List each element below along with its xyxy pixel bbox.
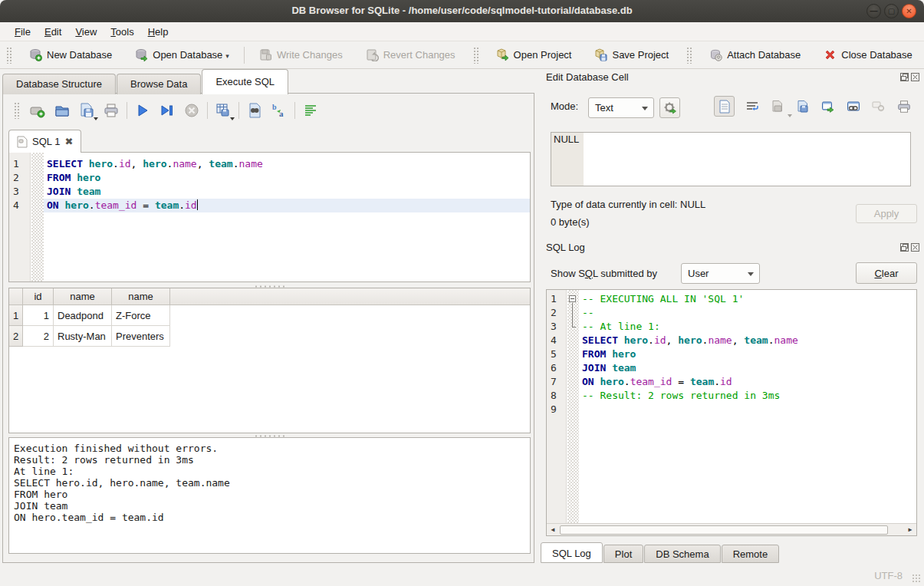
open-project-button[interactable]: Open Project (485, 44, 584, 65)
editor-fold-margin (31, 153, 44, 281)
replace-icon[interactable]: ba (270, 101, 288, 120)
toolbar-handle[interactable] (6, 47, 12, 64)
save-sql-file-icon[interactable] (77, 101, 96, 120)
sql-tab[interactable]: SQL 1 ✖ (8, 130, 81, 153)
log-line-numbers: 123456789 (547, 290, 567, 523)
table-row: 1 1 Deadpond Z-Force (9, 305, 530, 326)
set-as-link-icon[interactable] (840, 96, 866, 117)
sql-log-view[interactable]: 123456789 -- EXECUTING ALL IN 'SQL 1'---… (546, 289, 917, 536)
tab-database-structure[interactable]: Database Structure (2, 74, 116, 94)
col-header-name1[interactable]: name (54, 288, 112, 305)
attach-database-button[interactable]: Attach Database (698, 44, 812, 65)
tab-browse-data[interactable]: Browse Data (117, 74, 201, 94)
tab-remote[interactable]: Remote (722, 545, 780, 563)
import-cell-icon[interactable] (765, 96, 790, 117)
save-results-icon[interactable] (214, 101, 232, 120)
float-dock-icon[interactable] (900, 243, 909, 252)
cell-null-value: NULL (554, 133, 579, 145)
scroll-right-icon[interactable]: ▶ (904, 525, 916, 535)
menu-bar: File Edit View Tools Help (0, 22, 924, 41)
maximize-button[interactable]: ▢ (884, 4, 899, 18)
open-database-dropdown[interactable]: ▾ (225, 52, 229, 61)
cell-type-label: Type of data currently in cell: NULL (551, 199, 705, 210)
svg-text:b: b (272, 103, 277, 111)
print-cell-icon[interactable] (891, 96, 916, 117)
app-window: DB Browser for SQLite - /home/user/code/… (0, 0, 924, 586)
menu-file[interactable]: File (8, 24, 38, 40)
float-dock-icon[interactable] (900, 73, 909, 81)
open-in-external-icon[interactable] (815, 96, 840, 117)
sql-log-filter-select[interactable]: User (681, 263, 760, 284)
close-database-icon (824, 48, 837, 61)
text-view-icon[interactable] (714, 96, 735, 117)
sql-file-icon (17, 136, 28, 148)
col-header-id[interactable]: id (23, 288, 54, 305)
main-tab-bar: Database Structure Browse Data Execute S… (2, 69, 289, 94)
export-cell-icon[interactable] (790, 96, 815, 117)
editor-line-numbers: 1234 (9, 153, 31, 281)
clear-log-button[interactable]: Clear (856, 262, 917, 284)
save-project-button[interactable]: Save Project (583, 44, 680, 65)
execute-sql-icon[interactable] (133, 101, 152, 120)
find-icon[interactable] (245, 101, 264, 120)
execute-line-icon[interactable] (158, 101, 176, 120)
close-sql-tab-icon[interactable]: ✖ (64, 136, 73, 147)
set-null-icon[interactable] (866, 96, 891, 117)
right-dock: Edit Database Cell Mode: Text NULL Ty (539, 69, 924, 565)
mode-select[interactable]: Text (588, 97, 654, 118)
mode-label: Mode: (551, 100, 578, 112)
menu-help[interactable]: Help (141, 24, 176, 40)
log-fold-margin (567, 290, 579, 523)
sql-toolbar: ba (8, 101, 323, 120)
scrollbar-thumb[interactable] (560, 525, 888, 535)
window-title: DB Browser for SQLite - /home/user/code/… (0, 5, 924, 16)
format-sql-icon[interactable] (301, 101, 320, 120)
edit-cell-title: Edit Database Cell (546, 71, 629, 83)
menu-view[interactable]: View (68, 24, 104, 40)
main-toolbar: New Database Open Database ▾ Write Chang… (0, 41, 924, 69)
close-dock-icon[interactable] (911, 243, 919, 252)
tab-execute-sql[interactable]: Execute SQL (202, 69, 288, 94)
open-database-button[interactable]: Open Database ▾ (123, 44, 241, 65)
revert-changes-button[interactable]: Revert Changes (354, 44, 467, 65)
resize-grip[interactable] (912, 574, 921, 583)
auto-switch-mode-button[interactable] (659, 97, 680, 118)
dock-tab-bar: SQL Log Plot DB Schema Remote (541, 542, 780, 563)
title-bar: DB Browser for SQLite - /home/user/code/… (0, 0, 924, 22)
log-horizontal-scrollbar[interactable]: ◀ ▶ (547, 523, 916, 535)
attach-database-icon (709, 48, 722, 61)
menu-tools[interactable]: Tools (104, 24, 140, 40)
col-header-name2[interactable]: name (112, 288, 170, 305)
print-icon[interactable] (102, 101, 120, 120)
close-database-button[interactable]: Close Database (812, 44, 924, 65)
stop-icon[interactable] (182, 101, 201, 120)
close-dock-icon[interactable] (911, 73, 919, 81)
open-project-icon (496, 48, 509, 61)
write-changes-button[interactable]: Write Changes (248, 44, 354, 65)
save-project-icon (594, 48, 607, 61)
cell-editor[interactable]: NULL (551, 132, 911, 186)
sql-log-title: SQL Log (546, 242, 585, 253)
minimize-button[interactable]: — (866, 4, 881, 18)
sql-editor[interactable]: 1234 SELECT hero.id, hero.name, team.nam… (8, 152, 531, 282)
open-database-icon (135, 48, 148, 61)
write-changes-icon (259, 48, 272, 61)
cell-size-label: 0 byte(s) (551, 216, 590, 228)
execution-messages[interactable]: Execution finished without errors. Resul… (8, 437, 531, 554)
open-sql-file-icon[interactable] (53, 101, 71, 120)
new-sql-tab-icon[interactable] (28, 101, 47, 120)
tab-db-schema[interactable]: DB Schema (644, 545, 720, 563)
menu-edit[interactable]: Edit (38, 24, 68, 40)
encoding-label: UTF-8 (874, 570, 903, 581)
tab-plot[interactable]: Plot (603, 545, 643, 563)
tab-sql-log[interactable]: SQL Log (541, 542, 603, 563)
fold-marker-icon[interactable] (569, 295, 576, 302)
close-button[interactable]: ✕ (902, 4, 916, 18)
word-wrap-icon[interactable] (739, 96, 765, 117)
revert-changes-icon (366, 48, 379, 61)
new-database-button[interactable]: New Database (18, 44, 123, 65)
apply-button[interactable]: Apply (856, 204, 917, 223)
scroll-left-icon[interactable]: ◀ (547, 525, 559, 535)
execute-sql-pane: ba SQL 1 ✖ 1234 SELECT hero.id, hero.nam… (2, 93, 534, 563)
table-row: 2 2 Rusty-Man Preventers (9, 326, 530, 347)
